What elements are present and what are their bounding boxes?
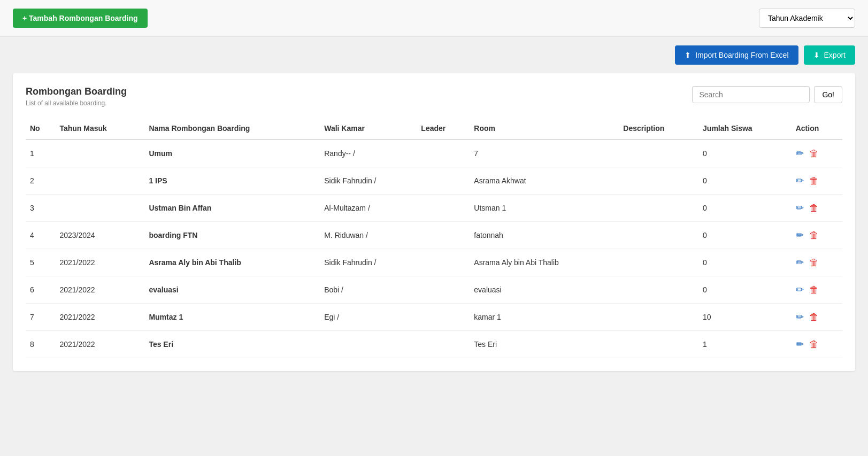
cell-4: [417, 167, 470, 195]
cell-3: Egi /: [320, 304, 417, 331]
cell-5: Utsman 1: [470, 195, 619, 222]
table-row: 3Ustman Bin AffanAl-Multazam /Utsman 10 …: [26, 195, 842, 222]
table-row: 82021/2022Tes EriTes Eri1 ✏ 🗑: [26, 331, 842, 358]
cell-5: fatonnah: [470, 222, 619, 249]
col-leader: Leader: [417, 118, 470, 140]
cell-3: M. Riduwan /: [320, 222, 417, 249]
cell-1: [55, 167, 144, 195]
export-button[interactable]: ⬇ Export: [804, 45, 855, 65]
table-row: 52021/2022Asrama Aly bin Abi ThalibSidik…: [26, 249, 842, 276]
cell-6: [619, 167, 698, 195]
delete-icon[interactable]: 🗑: [809, 230, 819, 241]
cell-6: [619, 249, 698, 276]
delete-icon[interactable]: 🗑: [809, 203, 819, 214]
cell-0: 2: [26, 167, 55, 195]
delete-icon[interactable]: 🗑: [809, 312, 819, 323]
cell-5: Tes Eri: [470, 331, 619, 358]
edit-icon[interactable]: ✏: [796, 338, 804, 350]
cell-7: 0: [698, 195, 792, 222]
col-wali-kamar: Wali Kamar: [320, 118, 417, 140]
action-cell: ✏ 🗑: [792, 249, 842, 276]
cell-0: 6: [26, 276, 55, 304]
cell-6: [619, 140, 698, 167]
cell-7: 10: [698, 304, 792, 331]
cell-6: [619, 195, 698, 222]
tahun-akademik-select[interactable]: Tahun Akademik: [759, 9, 855, 28]
main-content: Rombongan Boarding List of all available…: [13, 73, 855, 371]
edit-icon[interactable]: ✏: [796, 175, 804, 187]
edit-icon[interactable]: ✏: [796, 148, 804, 159]
cell-2: Mumtaz 1: [144, 304, 320, 331]
cell-0: 5: [26, 249, 55, 276]
cell-0: 3: [26, 195, 55, 222]
delete-icon[interactable]: 🗑: [809, 339, 819, 350]
cell-2: 1 IPS: [144, 167, 320, 195]
cell-4: [417, 140, 470, 167]
table-header-row-cols: No Tahun Masuk Nama Rombongan Boarding W…: [26, 118, 842, 140]
cell-4: [417, 195, 470, 222]
cell-0: 8: [26, 331, 55, 358]
cell-3: Sidik Fahrudin /: [320, 167, 417, 195]
table-title-area: Rombongan Boarding List of all available…: [26, 86, 127, 107]
cell-1: 2021/2022: [55, 249, 144, 276]
cell-6: [619, 222, 698, 249]
table-title: Rombongan Boarding: [26, 86, 127, 97]
delete-icon[interactable]: 🗑: [809, 257, 819, 268]
import-label: Import Boarding From Excel: [695, 51, 788, 59]
cell-2: Umum: [144, 140, 320, 167]
edit-icon[interactable]: ✏: [796, 202, 804, 214]
edit-icon[interactable]: ✏: [796, 311, 804, 323]
import-button[interactable]: ⬆ Import Boarding From Excel: [675, 45, 798, 65]
export-label: Export: [824, 51, 846, 59]
cell-5: Asrama Aly bin Abi Thalib: [470, 249, 619, 276]
edit-icon[interactable]: ✏: [796, 284, 804, 296]
col-room: Room: [470, 118, 619, 140]
cell-1: 2021/2022: [55, 304, 144, 331]
cell-1: [55, 140, 144, 167]
action-cell: ✏ 🗑: [792, 140, 842, 167]
cell-7: 0: [698, 222, 792, 249]
upload-icon: ⬆: [685, 51, 691, 59]
cell-4: [417, 222, 470, 249]
cell-0: 1: [26, 140, 55, 167]
cell-5: kamar 1: [470, 304, 619, 331]
delete-icon[interactable]: 🗑: [809, 175, 819, 187]
boarding-table: No Tahun Masuk Nama Rombongan Boarding W…: [26, 118, 842, 358]
edit-icon[interactable]: ✏: [796, 229, 804, 241]
cell-3: [320, 331, 417, 358]
cell-7: 0: [698, 249, 792, 276]
action-cell: ✏ 🗑: [792, 222, 842, 249]
go-button[interactable]: Go!: [814, 86, 842, 103]
table-row: 42023/2024boarding FTNM. Riduwan /fatonn…: [26, 222, 842, 249]
cell-3: Al-Multazam /: [320, 195, 417, 222]
action-cell: ✏ 🗑: [792, 167, 842, 195]
delete-icon[interactable]: 🗑: [809, 284, 819, 296]
cell-1: 2021/2022: [55, 331, 144, 358]
cell-2: Tes Eri: [144, 331, 320, 358]
cell-4: [417, 304, 470, 331]
col-nama: Nama Rombongan Boarding: [144, 118, 320, 140]
download-icon: ⬇: [813, 51, 820, 59]
table-subtitle: List of all available boarding.: [26, 99, 127, 107]
cell-7: 0: [698, 167, 792, 195]
cell-4: [417, 249, 470, 276]
delete-icon[interactable]: 🗑: [809, 148, 819, 159]
cell-6: [619, 276, 698, 304]
action-cell: ✏ 🗑: [792, 304, 842, 331]
col-jumlah-siswa: Jumlah Siswa: [698, 118, 792, 140]
table-row: 21 IPSSidik Fahrudin /Asrama Akhwat0 ✏ 🗑: [26, 167, 842, 195]
cell-0: 7: [26, 304, 55, 331]
table-row: 72021/2022Mumtaz 1Egi /kamar 110 ✏ 🗑: [26, 304, 842, 331]
col-action: Action: [792, 118, 842, 140]
cell-6: [619, 304, 698, 331]
top-bar: + Tambah Rombongan Boarding Tahun Akadem…: [0, 0, 868, 37]
col-tahun-masuk: Tahun Masuk: [55, 118, 144, 140]
add-boarding-button[interactable]: + Tambah Rombongan Boarding: [13, 9, 148, 28]
action-cell: ✏ 🗑: [792, 276, 842, 304]
cell-5: evaluasi: [470, 276, 619, 304]
search-input[interactable]: [692, 86, 810, 103]
edit-icon[interactable]: ✏: [796, 257, 804, 268]
cell-3: Bobi /: [320, 276, 417, 304]
search-area: Go!: [692, 86, 842, 103]
table-header-row: Rombongan Boarding List of all available…: [26, 86, 842, 107]
